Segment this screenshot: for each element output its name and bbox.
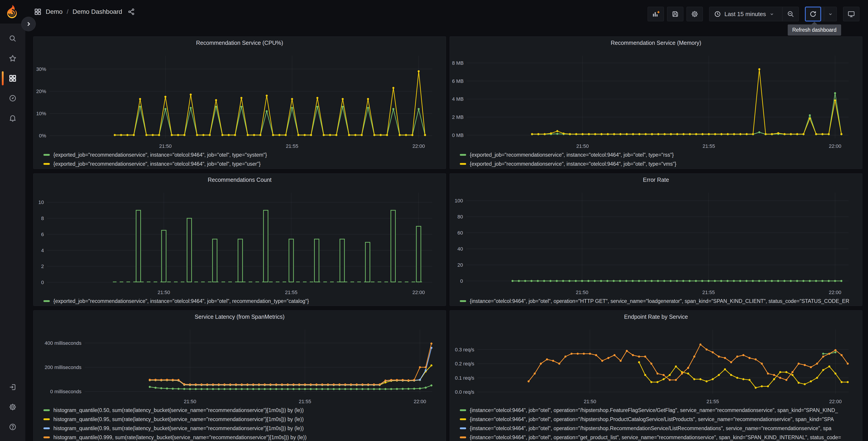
y-axis-label: 0.3 req/s [455,347,474,352]
y-axis-label: 200 milliseconds [44,364,82,370]
tooltip-arrow [811,22,817,25]
y-axis-label: 0 MB [452,133,464,138]
legend-item[interactable]: {exported_job="recommendationservice", i… [43,297,443,305]
panel-chart[interactable]: 21:5021:5522:000246810 [33,174,446,306]
x-axis-label: 22:00 [829,290,841,295]
legend-label: {instance="otelcol:9464", job="otel", op… [470,298,849,304]
search-icon [9,34,17,42]
legend-swatch-icon [43,163,50,165]
x-axis-label: 22:00 [829,399,842,404]
legend-item[interactable]: {instance="otelcol:9464", job="otel", op… [460,433,859,441]
x-axis-label: 21:50 [159,143,172,149]
x-axis-label: 21:55 [299,399,311,404]
refresh-button[interactable] [805,6,821,22]
legend-item[interactable]: histogram_quantile(0.95, sum(rate(latenc… [43,415,443,423]
star-icon [9,54,17,62]
x-axis-label: 21:50 [584,399,596,404]
panel[interactable]: Error Rate21:5021:5522:00020406080100{in… [450,173,862,306]
gear-icon [9,403,17,411]
y-axis-label: 30% [36,66,46,72]
legend-swatch-icon [43,418,50,420]
legend-swatch-icon [460,300,466,302]
y-axis-label: 400 milliseconds [44,340,82,346]
x-axis-label: 21:55 [707,399,719,404]
y-axis-label: 4 MB [452,96,464,102]
x-axis-label: 22:00 [829,143,841,149]
legend-label: {exported_job="recommendationservice", i… [53,298,309,304]
sidebar-item-dashboards[interactable] [0,68,25,88]
legend-label: {instance="otelcol:9464", job="otel", op… [470,407,838,413]
legend-item[interactable]: {instance="otelcol:9464", job="otel", op… [460,415,859,423]
y-axis-label: 0.0 req/s [455,389,474,395]
y-axis-label: 20 [458,262,463,268]
sidebar-expand-button[interactable] [21,17,36,31]
bell-icon [9,114,17,122]
legend-item[interactable]: {instance="otelcol:9464", job="otel", op… [460,406,859,414]
y-axis-label: 40 [458,246,463,252]
legend-label: histogram_quantile(0.999, sum(rate(laten… [53,435,307,441]
legend-item[interactable]: {instance="otelcol:9464", job="otel", op… [460,424,859,433]
y-axis-label: 2 [41,264,44,269]
y-axis-label: 0 milliseconds [50,389,82,394]
panel[interactable]: Recommendation Service (Memory)21:5021:5… [450,36,862,169]
apps-icon [9,74,17,82]
legend-label: histogram_quantile(0.95, sum(rate(latenc… [53,416,304,422]
sidebar-item-search[interactable] [0,29,25,49]
legend-label: {instance="otelcol:9464", job="otel", op… [470,435,841,441]
refresh-tooltip: Refresh dashboard [788,25,841,35]
sidebar [0,24,25,441]
y-axis-label: 0% [39,133,46,139]
legend-swatch-icon [460,163,466,165]
y-axis-label: 2 MB [452,114,464,120]
legend-label: {exported_job="recommendationservice", i… [53,152,267,158]
x-axis-label: 21:50 [158,290,170,295]
x-axis-label: 22:00 [414,399,426,404]
legend-swatch-icon [43,409,50,411]
panel-chart[interactable]: 21:5021:5522:00020406080100 [450,174,863,306]
legend-item[interactable]: {exported_job="recommendationservice", i… [43,151,443,159]
panel-chart[interactable]: 21:5021:5522:000 MB2 MB4 MB6 MB8 MB [450,37,863,169]
legend-item[interactable]: histogram_quantile(0.999, sum(rate(laten… [43,433,443,441]
legend-swatch-icon [460,418,466,420]
x-axis-label: 22:00 [412,290,425,295]
y-axis-label: 8 MB [452,60,464,66]
y-axis-label: 0.2 req/s [455,361,474,366]
x-axis-label: 21:55 [702,290,715,295]
legend-label: {instance="otelcol:9464", job="otel", op… [470,425,831,432]
sidebar-item-sign-in[interactable] [0,377,25,397]
legend-item[interactable]: {exported_job="recommendationservice", i… [460,159,859,168]
chevron-right-icon [25,21,32,27]
legend-item[interactable]: histogram_quantile(0.50, sum(rate(latenc… [43,406,443,414]
legend-label: {exported_job="recommendationservice", i… [470,152,674,158]
panel[interactable]: Endpoint Rate by Service21:5021:5522:000… [450,311,862,441]
legend-item[interactable]: {instance="otelcol:9464", job="otel", op… [460,297,859,305]
legend-item[interactable]: {exported_job="recommendationservice", i… [43,159,443,168]
y-axis-label: 10 [38,200,44,205]
sidebar-item-help[interactable] [0,417,25,437]
y-axis-label: 4 [41,248,44,253]
legend-item[interactable]: {exported_job="recommendationservice", i… [460,151,859,159]
panel[interactable]: Recommendations Count21:5021:5522:000246… [33,173,446,306]
x-axis-label: 21:55 [286,143,298,149]
legend-label: {exported_job="recommendationservice", i… [53,161,261,167]
sidebar-item-starred[interactable] [0,49,25,68]
panel[interactable]: Service Latency (from SpanMetrics)21:502… [33,311,446,441]
legend-swatch-icon [460,437,466,438]
legend-label: histogram_quantile(0.50, sum(rate(latenc… [53,407,304,413]
help-icon [9,423,17,431]
panel-chart[interactable]: 21:5021:5522:000%10%20%30% [33,37,446,169]
x-axis-label: 21:55 [703,143,715,149]
panel[interactable]: Recommendation Service (CPU%)21:5021:552… [33,36,446,169]
legend-swatch-icon [460,154,466,156]
sidebar-item-configuration[interactable] [0,397,25,417]
legend-label: {instance="otelcol:9464", job="otel", op… [470,416,834,422]
y-axis-label: 0 [41,280,44,285]
legend-item[interactable]: histogram_quantile(0.99, sum(rate(latenc… [43,424,443,433]
compass-icon [9,94,17,102]
x-axis-label: 21:50 [576,143,589,149]
legend-swatch-icon [43,428,50,429]
legend-label: histogram_quantile(0.99, sum(rate(latenc… [53,425,304,432]
y-axis-label: 60 [458,230,463,236]
sidebar-item-alerting[interactable] [0,108,25,128]
sidebar-item-explore[interactable] [0,88,25,108]
